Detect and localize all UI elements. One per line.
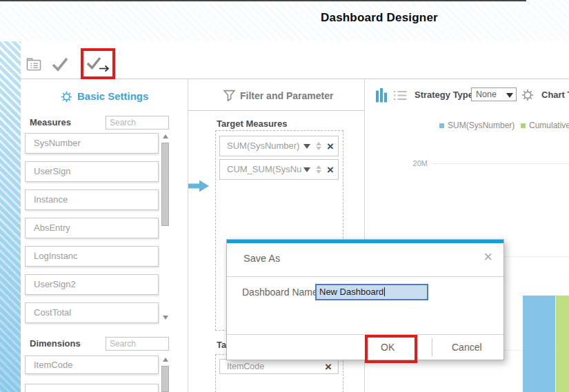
target-measure-name: CUM_SUM(SysNu...	[227, 160, 301, 179]
list-item-measure[interactable]: AbsEntry	[25, 218, 159, 238]
bar-cumulative	[556, 296, 569, 392]
y-axis-tick-label: 20M	[407, 159, 428, 167]
scrollbar-thumb[interactable]	[161, 143, 169, 226]
annotation-box-save-icon	[81, 48, 115, 79]
remove-icon[interactable]: ×	[325, 361, 332, 373]
target-measures-label: Target Measures	[217, 118, 287, 129]
dialog-accent-bar	[227, 240, 503, 243]
list-view-icon[interactable]	[393, 90, 407, 104]
text-caret	[384, 287, 385, 296]
chevron-down-icon[interactable]	[303, 144, 310, 149]
chevron-down-icon[interactable]	[303, 167, 310, 172]
confirm-icon[interactable]	[51, 56, 69, 74]
top-border-line	[0, 0, 526, 1]
dialog-header-divider	[227, 276, 503, 277]
dashboard-name-label: Dashboard Name	[242, 287, 318, 298]
scroll-down-icon[interactable]	[163, 316, 168, 320]
list-item-measure[interactable]: SysNumber	[25, 133, 159, 154]
list-item-measure[interactable]: Instance	[25, 189, 159, 210]
dashboard-name-input[interactable]: New Dashboard	[315, 284, 428, 300]
filter-panel-title: Filter and Parameter	[240, 90, 333, 101]
measures-search-input[interactable]	[106, 116, 169, 130]
list-item-dimension-partial[interactable]	[25, 384, 159, 392]
legend-label-sum: SUM(SysNumber)	[448, 121, 515, 130]
gridline-20m	[432, 163, 569, 164]
dimensions-search-input[interactable]	[106, 337, 169, 351]
legend-swatch-cumulative	[521, 123, 526, 128]
chart-settings-gear-icon[interactable]	[521, 89, 534, 104]
scroll-up-icon[interactable]	[163, 358, 168, 362]
button-separator	[432, 338, 432, 356]
page-title: Dashboard Designer	[321, 11, 438, 25]
bar-sum-sysnumber	[523, 296, 555, 392]
divider-left-middle	[188, 79, 188, 392]
dialog-title: Save As	[243, 253, 280, 264]
legend-label-cumulative: Cumulative	[529, 121, 569, 130]
basic-settings-title: Basic Settings	[77, 90, 148, 102]
sort-updown-icon[interactable]	[316, 142, 321, 150]
measures-label: Measures	[30, 117, 71, 127]
target-measure-name: SUM(SysNumber)	[227, 136, 301, 156]
transfer-arrow-icon	[188, 180, 209, 195]
strategy-type-label: Strategy Type	[415, 90, 473, 100]
gear-icon[interactable]	[61, 91, 72, 105]
strategy-type-value: None	[476, 90, 497, 99]
left-striped-rail	[0, 41, 21, 392]
legend-swatch-sum	[439, 123, 444, 128]
close-icon[interactable]: ×	[483, 249, 492, 265]
dashboard-designer-screen: Dashboard Designer Basic Settings Meas	[0, 0, 569, 392]
annotation-box-ok	[365, 335, 417, 363]
list-item-dimension[interactable]: ItemCode	[25, 355, 159, 374]
target-dimension-row[interactable]: ItemCode ×	[219, 359, 339, 374]
dimensions-label: Dimensions	[30, 338, 81, 349]
cancel-button[interactable]: Cancel	[446, 339, 488, 355]
list-item-measure[interactable]: LogInstanc	[25, 246, 159, 267]
list-item-measure[interactable]: UserSign2	[25, 274, 159, 295]
form-icon[interactable]	[26, 57, 41, 74]
list-item-measure[interactable]: UserSign	[25, 161, 159, 182]
filter-icon	[223, 89, 236, 105]
dashboard-name-value: New Dashboard	[319, 287, 383, 297]
target-dimension-name: ItemCode	[227, 360, 301, 373]
target-measure-row[interactable]: SUM(SysNumber) ×	[219, 136, 339, 156]
remove-icon[interactable]: ×	[327, 164, 334, 176]
scroll-up-icon[interactable]	[163, 134, 168, 138]
remove-icon[interactable]: ×	[327, 141, 334, 152]
bar-chart-icon[interactable]	[376, 88, 388, 105]
strategy-type-select[interactable]: None	[471, 87, 517, 101]
chevron-down-icon	[506, 93, 513, 98]
scrollbar-thumb[interactable]	[161, 366, 169, 392]
list-item-measure[interactable]: CostTotal	[25, 302, 159, 323]
sort-updown-icon[interactable]	[316, 165, 321, 174]
chart-type-label: Chart T	[541, 90, 569, 100]
target-measure-row[interactable]: CUM_SUM(SysNu... ×	[219, 159, 339, 180]
